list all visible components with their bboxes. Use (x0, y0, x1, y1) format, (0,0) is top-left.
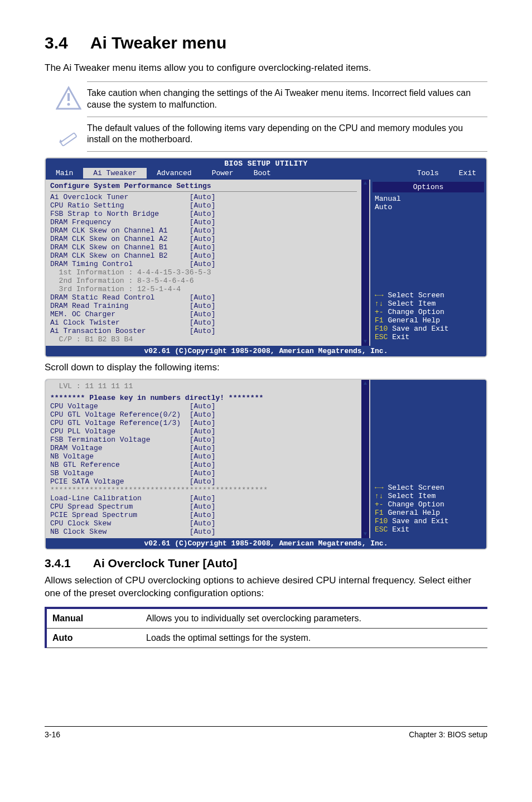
option-manual: Manual (375, 195, 482, 203)
setting-row[interactable]: 2nd Information : 8-3-5-4-6-4-6 (50, 277, 357, 285)
setting-row[interactable]: PCIE Spread Spectrum [Auto] (50, 511, 357, 519)
info-note: The default values of the following item… (56, 119, 487, 149)
subsection-title: Ai Overclock Tuner [Auto] (93, 557, 238, 569)
bios-side-panel: Options Manual Auto ←→ Select Screen↑↓ S… (369, 180, 486, 346)
tab-advanced[interactable]: Advanced (147, 168, 201, 178)
subsection-number: 3.4.1 (45, 557, 71, 569)
setting-row[interactable]: CPU Ratio Setting [Auto] (50, 201, 357, 210)
setting-row[interactable]: CPU Voltage [Auto] (50, 402, 357, 410)
key-legend-2: ←→ Select Screen↑↓ Select Item+- Change … (370, 481, 486, 536)
svg-rect-3 (60, 133, 76, 146)
opt-desc: Loads the optimal settings for the syste… (141, 629, 487, 648)
pencil-icon (56, 120, 81, 146)
setting-row[interactable]: CPU Clock Skew [Auto] (50, 519, 357, 528)
setting-row[interactable]: NB GTL Reference [Auto] (50, 461, 357, 469)
legend-row: F10 Save and Exit (375, 517, 482, 525)
page-number: 3-16 (45, 730, 60, 739)
opt-key: Auto (46, 629, 141, 648)
legend-row: +- Change Option (375, 500, 482, 509)
scroll-down-icon[interactable]: ▼ (364, 338, 367, 346)
setting-row[interactable]: NB Voltage [Auto] (50, 452, 357, 461)
setting-row[interactable]: 3rd Information : 12-5-1-4-4 (50, 285, 357, 293)
setting-row[interactable]: DRAM Read Training [Auto] (50, 302, 357, 310)
tab-power[interactable]: Power (202, 168, 244, 178)
setting-row[interactable]: DRAM Timing Control [Auto] (50, 260, 357, 268)
scroll-bar[interactable]: ▲ ▼ (361, 180, 369, 346)
legend-row: ↑↓ Select Item (375, 492, 482, 500)
setting-row[interactable]: SB Voltage [Auto] (50, 469, 357, 477)
scroll-up-icon[interactable]: ▲ (364, 380, 367, 388)
bios-title: BIOS SETUP UTILITY (46, 158, 486, 168)
legend-row: ESC Exit (375, 333, 482, 341)
setting-row[interactable]: C/P : B1 B2 B3 B4 (50, 335, 357, 344)
setting-row[interactable]: CPU Spread Spectrum [Auto] (50, 503, 357, 511)
legend-row: F1 General Help (375, 509, 482, 517)
setting-row[interactable]: DRAM CLK Skew on Channel A2 [Auto] (50, 235, 357, 243)
legend-row: ESC Exit (375, 525, 482, 534)
subsection-body: Allows selection of CPU overclocking opt… (45, 574, 487, 600)
legend-row: ←→ Select Screen (375, 484, 482, 492)
info-text: The default values of the following item… (87, 119, 487, 149)
setting-row[interactable]: PCIE SATA Voltage [Auto] (50, 477, 357, 486)
setting-row[interactable]: DRAM CLK Skew on Channel B1 [Auto] (50, 243, 357, 252)
setting-row[interactable]: DRAM Static Read Control [Auto] (50, 293, 357, 302)
setting-row[interactable]: DRAM CLK Skew on Channel B2 [Auto] (50, 252, 357, 260)
legend-row: +- Change Option (375, 308, 482, 316)
setting-row[interactable]: MEM. OC Charger [Auto] (50, 310, 357, 318)
config-heading: Configure System Performance Settings (50, 182, 357, 192)
setting-row[interactable]: Ai Clock Twister [Auto] (50, 318, 357, 327)
lvl-line: LVL : 11 11 11 11 (50, 382, 133, 390)
caution-note: Take caution when changing the settings … (56, 84, 487, 114)
bios-footer: v02.61 (C)Copyright 1985-2008, American … (46, 346, 486, 356)
chapter-label: Chapter 3: BIOS setup (409, 730, 487, 739)
setting-row[interactable]: FSB Termination Voltage [Auto] (50, 436, 357, 444)
stars-line: ****************************************… (50, 486, 268, 494)
legend-row: F1 General Help (375, 316, 482, 325)
setting-row[interactable]: Ai Transaction Booster [Auto] (50, 327, 357, 335)
scroll-up-icon[interactable]: ▲ (364, 180, 367, 187)
setting-row[interactable]: CPU GTL Voltage Reference(1/3) [Auto] (50, 419, 357, 427)
setting-row[interactable]: DRAM Voltage [Auto] (50, 444, 357, 452)
setting-row[interactable]: FSB Strap to North Bridge [Auto] (50, 210, 357, 218)
opt-key: Manual (46, 608, 141, 629)
setting-row[interactable]: DRAM CLK Skew on Channel A1 [Auto] (50, 226, 357, 235)
table-row: Auto Loads the optimal settings for the … (46, 629, 487, 648)
setting-row[interactable]: DRAM Frequency [Auto] (50, 218, 357, 226)
svg-point-2 (67, 103, 70, 106)
options-table: Manual Allows you to individually set ov… (45, 607, 487, 648)
legend-row: ↑↓ Select Item (375, 299, 482, 308)
bios-footer-2: v02.61 (C)Copyright 1985-2008, American … (46, 538, 486, 549)
tab-boot[interactable]: Boot (244, 168, 281, 178)
bios-panel-2: LVL : 11 11 11 11 ******** Please key in… (45, 379, 487, 550)
opt-desc: Allows you to individually set overclock… (141, 608, 487, 629)
bios-tabs: Main Ai Tweaker Advanced Power Boot Tool… (46, 168, 486, 180)
scroll-down-icon[interactable]: ▼ (364, 530, 367, 538)
legend-row: ←→ Select Screen (375, 291, 482, 299)
bios-side-panel-2: ←→ Select Screen↑↓ Select Item+- Change … (369, 380, 486, 538)
page-footer: 3-16 Chapter 3: BIOS setup (45, 726, 487, 756)
scroll-bar-2[interactable]: ▲ ▼ (361, 380, 369, 538)
setting-row[interactable]: CPU PLL Voltage [Auto] (50, 427, 357, 436)
setting-row[interactable]: NB Clock Skew [Auto] (50, 528, 357, 536)
tab-ai-tweaker[interactable]: Ai Tweaker (83, 168, 147, 178)
bios-settings-list-2: LVL : 11 11 11 11 ******** Please key in… (46, 380, 361, 538)
scroll-note: Scroll down to display the following ite… (45, 362, 487, 373)
setting-row[interactable]: Load-Line Calibration [Auto] (50, 494, 357, 503)
section-number: 3.4 (45, 33, 68, 52)
tab-main[interactable]: Main (46, 168, 83, 178)
svg-rect-1 (67, 93, 70, 101)
legend-row: F10 Save and Exit (375, 325, 482, 333)
tab-tools[interactable]: Tools (407, 168, 449, 178)
banner-line: ******** Please key in numbers directly!… (50, 394, 263, 402)
setting-row[interactable]: CPU GTL Voltage Reference(0/2) [Auto] (50, 410, 357, 419)
table-row: Manual Allows you to individually set ov… (46, 608, 487, 629)
options-heading: Options (373, 182, 484, 192)
option-auto: Auto (375, 203, 482, 211)
setting-row[interactable]: Ai Overclock Tuner [Auto] (50, 193, 357, 201)
caution-icon (56, 85, 81, 111)
tab-exit[interactable]: Exit (449, 168, 486, 178)
bios-panel-1: BIOS SETUP UTILITY Main Ai Tweaker Advan… (45, 157, 487, 357)
subsection-heading: 3.4.1Ai Overclock Tuner [Auto] (45, 557, 487, 570)
key-legend: ←→ Select Screen↑↓ Select Item+- Change … (370, 289, 486, 344)
setting-row[interactable]: 1st Information : 4-4-4-15-3-36-5-3 (50, 268, 357, 277)
